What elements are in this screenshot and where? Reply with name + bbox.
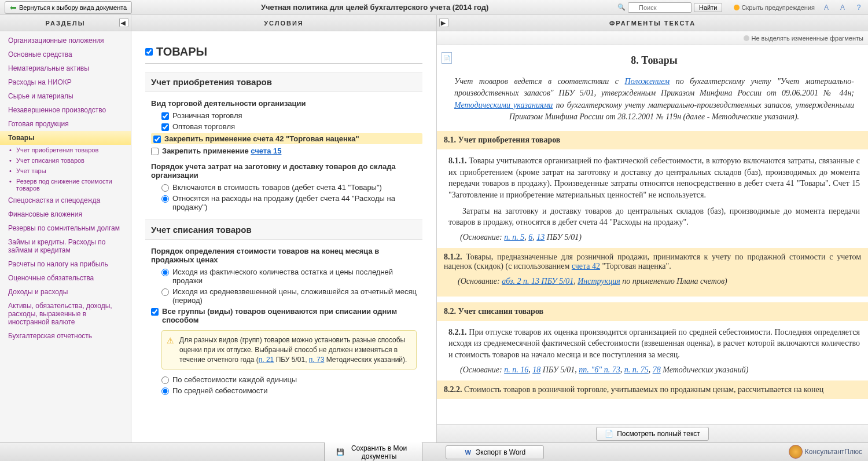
cite-link[interactable]: Инструкция (578, 277, 620, 286)
checkbox-option[interactable]: Розничная торговля (161, 111, 422, 120)
nav-item[interactable]: Резервы по сомнительным долгам (0, 221, 131, 235)
nav-subitem[interactable]: Резерв под снижение стоимости товаров (0, 176, 131, 193)
cite-link[interactable]: п. п. 75 (624, 365, 649, 374)
nav-subitem[interactable]: Учет списания товаров (0, 155, 131, 166)
intro-text: Учет товаров ведется в соответствии с (454, 77, 625, 86)
option-label: Розничная торговля (172, 111, 242, 120)
fragment-paragraph: 8.1.1. Товары учитываются организацией п… (448, 155, 860, 200)
document-icon[interactable]: 📄 (442, 52, 452, 64)
field-label: Порядок определения стоимости товаров на… (151, 247, 422, 264)
checkbox-option[interactable]: Все группы (виды) товаров оцениваются пр… (151, 307, 422, 324)
radio[interactable] (161, 184, 169, 192)
save-button[interactable]: 💾 Сохранить в Мои документы (324, 441, 422, 462)
cite-link[interactable]: 78 (653, 365, 661, 374)
nav-item[interactable]: Основные средства (0, 47, 131, 61)
nav-item[interactable]: Расчеты по налогу на прибыль (0, 257, 131, 271)
nav-item[interactable]: Доходы и расходы (0, 285, 131, 299)
radio-option[interactable]: Включаются в стоимость товаров (дебет сч… (161, 183, 422, 192)
radio[interactable] (161, 288, 169, 296)
checkbox-option[interactable]: Закрепить применение счета 15 (151, 147, 422, 155)
nav-item[interactable]: Готовая продукция (0, 117, 131, 131)
checkbox[interactable] (161, 112, 169, 120)
cite-link[interactable]: 13 (536, 233, 545, 242)
note-link[interactable]: п. 21 (259, 356, 274, 364)
cite-link[interactable]: абз. 2 п. 13 ПБУ 5/01 (502, 277, 573, 286)
radio-option[interactable]: Относятся на расходы на продажу (дебет с… (161, 194, 422, 211)
fragment-section-header: 8.2. Учет списания товаров (437, 302, 868, 321)
para-link[interactable]: счета 42 (572, 262, 600, 270)
section-checkbox[interactable] (145, 48, 153, 56)
checkbox[interactable] (153, 136, 161, 143)
radio-option[interactable]: По средней себестоимости (161, 386, 422, 395)
toggle-label: Не выделять измененные фрагменты (751, 35, 863, 42)
checkbox[interactable] (151, 148, 159, 155)
nav-item[interactable]: Оценочные обязательства (0, 271, 131, 285)
fragment-paragraph-highlight: 8.2.2. Стоимость товаров в розничной тор… (437, 380, 868, 399)
checkbox[interactable] (161, 123, 169, 131)
nav-item[interactable]: Незавершенное производство (0, 103, 131, 117)
nav-item[interactable]: Нематериальные активы (0, 61, 131, 75)
hide-warnings-label: Скрыть предупреждения (741, 4, 815, 11)
warning-note: Для разных видов (групп) товаров можно у… (161, 330, 417, 369)
help-icon[interactable]: ? (854, 3, 863, 12)
radio-option[interactable]: Исходя из фактического количества остатк… (161, 268, 422, 285)
brand-logo: КонсультантПлюс (789, 445, 862, 459)
fragment-paragraph: 8.2.1. При отпуске товаров их оценка про… (448, 327, 860, 361)
radio[interactable] (161, 376, 169, 384)
nav-item[interactable]: Активы, обязательства, доходы, расходы, … (0, 299, 131, 329)
collapse-left-icon[interactable]: ◀ (119, 18, 128, 27)
nav-item[interactable]: Сырье и материалы (0, 89, 131, 103)
nav-item[interactable]: Спецоснастка и спецодежда (0, 193, 131, 207)
fragments-panel: ▶ ФРАГМЕНТЫ ТЕКСТА Не выделять измененны… (437, 15, 868, 442)
cite-link[interactable]: 18 (532, 365, 540, 374)
nav-item[interactable]: Расходы на НИОКР (0, 75, 131, 89)
top-bar: ⬅ Вернуться к выбору вида документа Учет… (0, 0, 868, 15)
nav-subitem[interactable]: Учет тары (0, 166, 131, 176)
para-number: 8.1.2. (444, 253, 462, 261)
cite-link[interactable]: п. п. 5 (504, 233, 524, 242)
intro-link[interactable]: Положением (625, 77, 670, 86)
nav-item-active[interactable]: Товары (0, 131, 131, 145)
nav-subitem[interactable]: Учет приобретения товаров (0, 145, 131, 155)
para-number: 8.2.1. (448, 328, 467, 336)
field-label: Порядок учета затрат на заготовку и дост… (151, 162, 422, 180)
back-label: Вернуться к выбору вида документа (19, 4, 127, 11)
fragment-paragraph: Затраты на заготовку и доставку товаров … (448, 206, 860, 228)
highlight-toggle[interactable]: Не выделять измененные фрагменты (744, 35, 863, 42)
option-label: По средней себестоимости (172, 386, 268, 395)
subsection-header: Учет списания товаров (145, 219, 422, 240)
link-account-15[interactable]: счета 15 (251, 147, 281, 155)
hide-warnings-link[interactable]: Скрыть предупреждения (734, 4, 815, 11)
option-label: Закрепить применение (162, 147, 251, 155)
back-arrow-icon: ⬅ (10, 3, 17, 12)
search-box: 🔍 Найти (617, 2, 722, 13)
checkbox-option[interactable]: Оптовая торговля (161, 122, 422, 131)
nav-item[interactable]: Займы и кредиты. Расходы по займам и кре… (0, 235, 131, 257)
note-text: ПБУ 5/01, (274, 356, 309, 364)
radio[interactable] (161, 195, 169, 203)
cite-link[interactable]: пп. "б" п. 73 (579, 365, 620, 374)
nav-item[interactable]: Организационные положения (0, 34, 131, 47)
font-smaller-icon[interactable]: A (822, 3, 831, 12)
nav-item[interactable]: Финансовые вложения (0, 207, 131, 221)
font-larger-icon[interactable]: A (838, 3, 847, 12)
cite-link[interactable]: п. п. 16 (504, 365, 528, 374)
view-full-text-button[interactable]: 📄 Посмотреть полный текст (596, 427, 709, 441)
radio-option[interactable]: По себестоимости каждой единицы (161, 375, 422, 384)
checkbox-option-highlight[interactable]: Закрепить применение счета 42 "Торговая … (151, 133, 422, 144)
radio-option[interactable]: Исходя из средневзвешенной цены, сложивш… (161, 287, 422, 305)
nav-item[interactable]: Бухгалтерская отчетность (0, 329, 131, 343)
radio[interactable] (161, 387, 169, 395)
back-button[interactable]: ⬅ Вернуться к выбору вида документа (5, 1, 132, 14)
expand-right-icon[interactable]: ▶ (439, 18, 448, 27)
search-button[interactable]: Найти (694, 3, 722, 12)
option-label: Все группы (виды) товаров оцениваются пр… (162, 307, 422, 324)
export-word-button[interactable]: W Экспорт в Word (446, 445, 544, 459)
intro-link[interactable]: Методическими указаниями (454, 101, 553, 109)
checkbox[interactable] (151, 308, 159, 316)
radio[interactable] (161, 269, 169, 276)
search-input[interactable] (628, 2, 692, 13)
word-icon: W (464, 448, 472, 456)
para-text: Стоимость товаров в розничной торговле, … (462, 385, 824, 394)
note-link[interactable]: п. 73 (309, 356, 325, 364)
